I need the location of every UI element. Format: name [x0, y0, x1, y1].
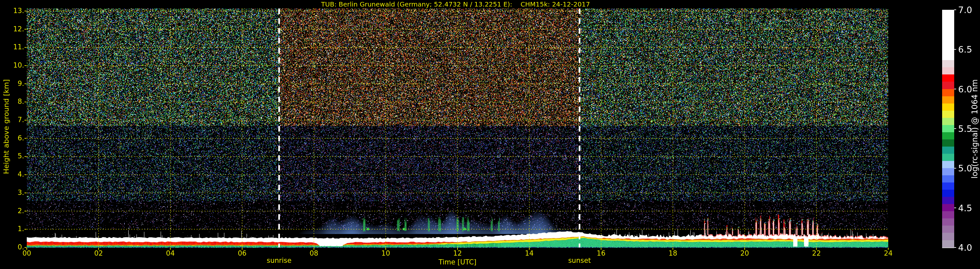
y-tick-label: 10. [0, 61, 24, 69]
colorbar-segment [942, 103, 954, 111]
y-tick-label: 9. [0, 80, 24, 88]
colorbar-segment [942, 111, 954, 118]
colorbar-tick-label: 4.0 [958, 243, 972, 253]
x-axis-label: Time [UTC] [439, 258, 476, 266]
colorbar-segment [942, 197, 954, 204]
y-tick-label: 1. [0, 225, 24, 233]
colorbar-segment [942, 125, 954, 132]
y-tick-label: 4. [0, 170, 24, 178]
colorbar-segment [942, 161, 954, 168]
colorbar-segment [942, 46, 954, 53]
x-tick-label: 20 [740, 250, 749, 257]
y-tick-label: 5. [0, 152, 24, 160]
colorbar-label: log(rc-signal) @ 1064 nm [970, 79, 979, 178]
x-tick-label: 04 [166, 250, 175, 257]
colorbar-segment [942, 67, 954, 75]
colorbar-segment [942, 154, 954, 161]
lidar-quicklook: TUB: Berlin Grunewald (Germany; 52.4732 … [0, 0, 980, 269]
y-tick-label: 3. [0, 189, 24, 197]
colorbar-segment [942, 211, 954, 218]
colorbar-segment [942, 10, 954, 17]
y-tick-label: 7. [0, 116, 24, 124]
colorbar-segment [942, 190, 954, 197]
colorbar-segment [942, 175, 954, 183]
sunset-label: sunset [568, 256, 591, 264]
colorbar [942, 10, 954, 248]
x-tick-label: 24 [884, 250, 893, 257]
colorbar-segment [942, 17, 954, 24]
x-tick-label: 02 [94, 250, 103, 257]
colorbar-segment [942, 218, 954, 226]
colorbar-tick-label: 7.0 [958, 5, 972, 15]
colorbar-segment [942, 31, 954, 38]
y-tick-label: 11. [0, 43, 24, 51]
x-tick-label: 06 [238, 250, 247, 257]
colorbar-segment [942, 38, 954, 46]
colorbar-segment [942, 204, 954, 211]
colorbar-segment [942, 96, 954, 103]
sunrise-label: sunrise [267, 256, 292, 264]
x-tick-label: 12 [453, 250, 462, 257]
plot-canvas [0, 0, 980, 269]
colorbar-segment [942, 75, 954, 82]
y-tick-label: 2. [0, 207, 24, 215]
colorbar-segment [942, 82, 954, 89]
colorbar-segment [942, 240, 954, 247]
x-tick-label: 14 [525, 250, 534, 257]
page-title: TUB: Berlin Grunewald (Germany; 52.4732 … [321, 0, 590, 8]
colorbar-segment [942, 89, 954, 96]
y-tick-label: 12. [0, 25, 24, 33]
colorbar-segment [942, 60, 954, 67]
colorbar-segment [942, 146, 954, 154]
colorbar-segment [942, 226, 954, 233]
colorbar-segment [942, 132, 954, 139]
colorbar-segment [942, 53, 954, 60]
y-tick-label: 0. [0, 243, 24, 251]
x-tick-label: 22 [812, 250, 821, 257]
x-tick-label: 18 [668, 250, 677, 257]
x-tick-label: 10 [382, 250, 390, 257]
colorbar-segment [942, 24, 954, 31]
x-tick-label: 16 [597, 250, 605, 257]
colorbar-segment [942, 118, 954, 125]
colorbar-tick-label: 6.5 [958, 45, 972, 54]
colorbar-segment [942, 233, 954, 240]
x-tick-label: 08 [310, 250, 318, 257]
colorbar-segment [942, 139, 954, 146]
colorbar-segment [942, 168, 954, 175]
y-tick-label: 13. [0, 7, 24, 15]
colorbar-segment [942, 183, 954, 190]
y-tick-label: 6. [0, 134, 24, 142]
y-tick-label: 8. [0, 98, 24, 105]
colorbar-tick-label: 4.5 [958, 203, 972, 213]
